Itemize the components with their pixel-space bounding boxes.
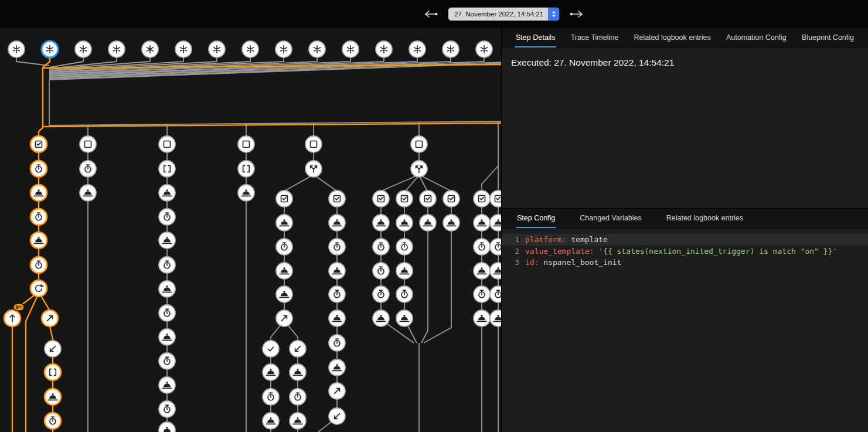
trace-node-asterisk[interactable] — [476, 41, 492, 57]
trace-node-arrow-up[interactable]: 9+ — [4, 304, 24, 326]
trace-node-timer[interactable] — [329, 335, 345, 351]
trace-node-room-service[interactable] — [329, 359, 345, 376]
trace-node-timer[interactable] — [474, 286, 490, 302]
trace-node-room-service[interactable] — [159, 185, 175, 201]
trace-node-checkbox-marked[interactable] — [420, 191, 436, 207]
trace-node-checkbox-blank[interactable] — [305, 136, 322, 152]
trace-node-asterisk[interactable] — [42, 41, 58, 57]
trace-node-code-brackets[interactable] — [45, 364, 61, 380]
trace-node-room-service[interactable] — [238, 185, 254, 201]
trace-node-room-service[interactable] — [490, 310, 501, 326]
trace-node-room-service[interactable] — [490, 263, 501, 279]
trace-node-checkbox-marked[interactable] — [30, 136, 47, 152]
trace-date-select[interactable]: 27. November 2022, 14:54:21 — [448, 8, 559, 21]
trace-node-timer[interactable] — [373, 263, 389, 279]
trace-node-timer[interactable] — [329, 286, 345, 302]
trace-node-asterisk[interactable] — [409, 41, 426, 57]
trace-node-room-service[interactable] — [45, 389, 61, 405]
trace-node-room-service[interactable] — [263, 413, 279, 429]
trace-node-timer[interactable] — [329, 239, 345, 255]
trace-node-room-service[interactable] — [276, 215, 292, 231]
trace-node-code-brackets[interactable] — [238, 161, 254, 177]
trace-node-room-service[interactable] — [263, 364, 279, 380]
trace-node-checkbox-blank[interactable] — [238, 136, 254, 152]
code-line-2[interactable]: 2value_template: '{{ states(nextion_init… — [502, 246, 868, 257]
trace-node-room-service[interactable] — [329, 263, 345, 279]
trace-node-arrow-bottom-left[interactable] — [45, 341, 61, 357]
trace-node-asterisk[interactable] — [275, 41, 292, 57]
trace-node-checkbox-marked[interactable] — [373, 191, 389, 207]
trace-node-asterisk[interactable] — [8, 41, 25, 57]
trace-node-timer[interactable] — [159, 401, 175, 417]
trace-node-room-service[interactable] — [159, 232, 175, 249]
tab-blueprint-config[interactable]: Blueprint Config — [801, 28, 855, 47]
trace-node-timer[interactable] — [490, 239, 501, 255]
trace-node-timer[interactable] — [396, 239, 413, 255]
trace-node-call-split[interactable] — [305, 161, 322, 177]
trace-node-timer[interactable] — [396, 286, 413, 302]
trace-node-room-service[interactable] — [474, 263, 490, 279]
tab-related-logbook-entries[interactable]: Related logbook entries — [632, 28, 712, 47]
trace-node-asterisk[interactable] — [142, 41, 158, 57]
trace-node-room-service[interactable] — [396, 215, 413, 231]
trace-node-timer[interactable] — [159, 353, 175, 369]
tab-related-logbook-entries[interactable]: Related logbook entries — [665, 209, 744, 228]
trace-node-checkbox-marked[interactable] — [396, 191, 413, 207]
trace-node-room-service[interactable] — [159, 329, 175, 345]
trace-node-checkbox-marked[interactable] — [443, 191, 459, 207]
trace-node-room-service[interactable] — [474, 215, 490, 231]
next-trace-button[interactable] — [567, 8, 587, 21]
trace-node-checkbox-blank[interactable] — [80, 136, 96, 152]
trace-node-room-service[interactable] — [490, 215, 501, 231]
trace-node-asterisk[interactable] — [442, 41, 459, 57]
trace-node-checkbox-marked[interactable] — [329, 191, 345, 207]
trace-node-arrow-up-right[interactable] — [42, 310, 58, 326]
trace-node-asterisk[interactable] — [175, 41, 192, 57]
trace-node-room-service[interactable] — [329, 310, 345, 326]
trace-node-timer[interactable] — [30, 161, 47, 177]
trace-node-timer[interactable] — [30, 209, 47, 225]
trace-node-room-service[interactable] — [396, 310, 413, 326]
trace-node-code-brackets[interactable] — [159, 161, 175, 177]
trace-node-checkbox-blank[interactable] — [159, 136, 175, 152]
trace-node-room-service[interactable] — [373, 215, 389, 231]
trace-node-room-service[interactable] — [329, 215, 345, 231]
tab-changed-variables[interactable]: Changed Variables — [578, 209, 642, 228]
previous-trace-button[interactable] — [421, 8, 441, 21]
code-line-1[interactable]: 1platform: template — [502, 234, 868, 246]
trace-node-room-service[interactable] — [159, 377, 175, 393]
trace-node-timer[interactable] — [276, 239, 292, 255]
trace-node-room-service[interactable] — [373, 310, 389, 326]
trace-node-timer[interactable] — [30, 257, 47, 273]
trace-node-call-split[interactable] — [411, 161, 427, 177]
trace-node-timer[interactable] — [159, 305, 175, 321]
trace-node-checkbox-marked[interactable] — [276, 191, 292, 207]
trace-node-checkbox-blank[interactable] — [411, 136, 427, 152]
trace-node-room-service[interactable] — [290, 364, 306, 380]
trace-node-asterisk[interactable] — [309, 41, 325, 57]
trace-node-timer[interactable] — [159, 257, 175, 273]
trace-node-arrow-up-right[interactable] — [276, 310, 292, 326]
trace-node-arrow-bottom-left[interactable] — [329, 408, 345, 424]
trace-node-room-service[interactable] — [159, 281, 175, 297]
yaml-code-block[interactable]: 1platform: template2value_template: '{{ … — [502, 229, 868, 432]
trace-node-asterisk[interactable] — [108, 41, 125, 57]
trace-node-timer[interactable] — [45, 413, 61, 429]
tab-step-config[interactable]: Step Config — [516, 209, 556, 228]
trace-node-checkbox-marked[interactable] — [490, 191, 501, 207]
trace-node-refresh[interactable] — [30, 280, 47, 297]
trace-node-asterisk[interactable] — [342, 41, 359, 57]
tab-trace-timeline[interactable]: Trace Timeline — [570, 28, 620, 47]
trace-node-asterisk[interactable] — [376, 41, 392, 57]
trace-node-room-service[interactable] — [276, 286, 292, 302]
trace-node-arrow-up-right[interactable] — [329, 383, 345, 399]
trace-node-timer[interactable] — [159, 209, 175, 225]
trace-node-timer[interactable] — [373, 286, 389, 302]
trace-node-asterisk[interactable] — [75, 41, 91, 57]
tab-step-details[interactable]: Step Details — [515, 28, 556, 47]
trace-node-asterisk[interactable] — [209, 41, 225, 57]
trace-node-room-service[interactable] — [276, 263, 292, 279]
trace-node-room-service[interactable] — [420, 215, 436, 231]
trace-node-room-service[interactable] — [396, 263, 413, 279]
trace-node-room-service[interactable] — [80, 185, 96, 201]
